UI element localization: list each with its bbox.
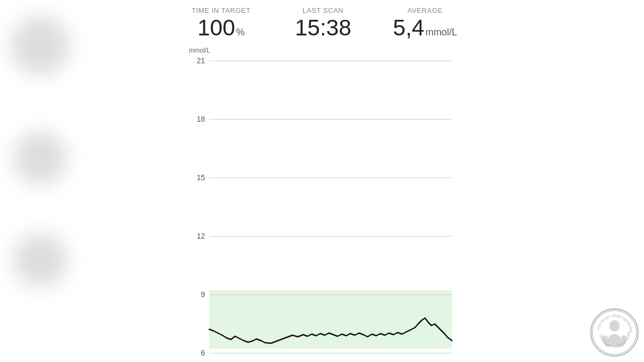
y-axis-unit-label: mmol/L <box>189 47 476 54</box>
time-in-target-unit: % <box>236 27 245 38</box>
time-in-target-value: 100 <box>197 17 235 39</box>
chart-area: 21 18 15 12 9 <box>189 56 452 349</box>
blur-decoration-3 <box>13 233 67 287</box>
chart-container: mmol/L 21 18 15 <box>170 47 476 349</box>
last-scan-label: LAST SCAN <box>303 6 344 14</box>
grid-label-12: 12 <box>189 232 205 240</box>
last-scan-value: 15:38 <box>295 17 351 39</box>
average-label: AVERAGE <box>407 6 442 14</box>
stats-header: TIME IN TARGET 100 % LAST SCAN 15:38 AVE… <box>170 0 476 45</box>
glucose-polyline <box>209 318 452 343</box>
stat-average: AVERAGE 5,4 mmol/L <box>374 6 476 39</box>
grid-label-6: 6 <box>189 349 205 357</box>
svg-point-1 <box>609 320 619 331</box>
grid-label-21: 21 <box>189 56 205 65</box>
watermark-svg: ИЗУЧЕНИ СВОЁ ПИТАНИЕ ПРОСНОЙ СВОЁ ОРГАНИ… <box>591 308 638 357</box>
stat-time-in-target: TIME IN TARGET 100 % <box>170 6 272 39</box>
last-scan-value-row: 15:38 <box>295 17 351 39</box>
blur-decoration-1 <box>11 16 70 75</box>
watermark-circle: ИЗУЧЕНИ СВОЁ ПИТАНИЕ ПРОСНОЙ СВОЁ ОРГАНИ… <box>590 308 639 357</box>
blur-decoration-2 <box>13 131 67 185</box>
average-value-row: 5,4 mmol/L <box>393 17 457 39</box>
glucose-line-chart <box>209 56 452 357</box>
time-in-target-value-row: 100 % <box>197 17 245 39</box>
grid-label-15: 15 <box>189 173 205 182</box>
grid-label-18: 18 <box>189 115 205 123</box>
main-content: TIME IN TARGET 100 % LAST SCAN 15:38 AVE… <box>170 0 476 362</box>
time-in-target-label: TIME IN TARGET <box>192 6 251 14</box>
average-unit: mmol/L <box>426 27 457 38</box>
grid-label-9: 9 <box>189 290 205 299</box>
watermark: ИЗУЧЕНИ СВОЁ ПИТАНИЕ ПРОСНОЙ СВОЁ ОРГАНИ… <box>590 308 639 357</box>
stat-last-scan: LAST SCAN 15:38 <box>272 6 374 39</box>
average-value: 5,4 <box>393 17 424 39</box>
